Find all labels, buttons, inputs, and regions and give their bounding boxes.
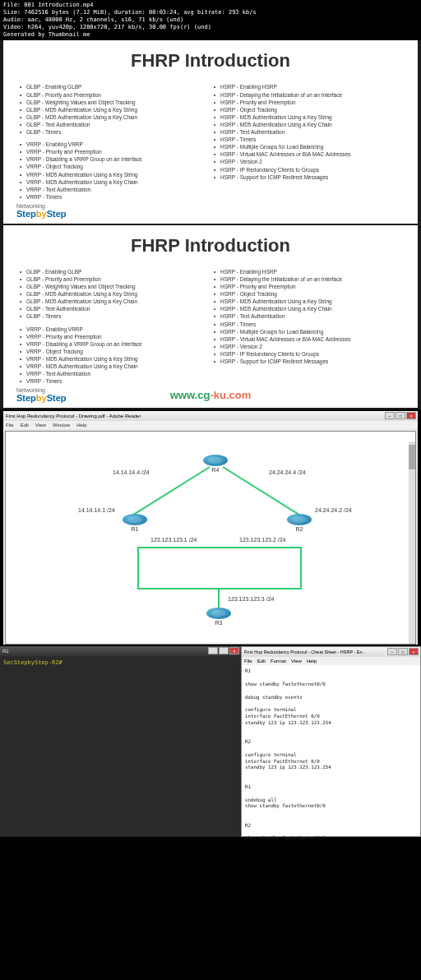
bullet-item: VRRP - Text Authentication	[20, 186, 207, 193]
ip-label: 14.14.14.1 /24	[78, 507, 115, 513]
close-button[interactable]: ×	[406, 412, 416, 419]
site-watermark: www.cg-ku.com	[170, 389, 251, 401]
bullet-item: HSRP - Multiple Groups for Load Balancin…	[214, 143, 401, 150]
menu-item[interactable]: File	[244, 659, 252, 663]
bullet-item: HSRP - Text Authentication	[214, 312, 401, 320]
bullet-item: HSRP - MD5 Authentication Using a Key St…	[214, 113, 401, 121]
bullet-item: GLBP - Timers	[20, 312, 207, 320]
bullet-item: HSRP - Version 2	[214, 343, 401, 350]
bullet-item: HSRP - Support for ICMP Redirect Message…	[214, 173, 401, 181]
ip-label: 14.14.14.4 /24	[113, 469, 150, 475]
maximize-button[interactable]: □	[219, 647, 229, 654]
terminal-titlebar[interactable]: R2 – □ ×	[0, 646, 241, 656]
bullet-item: HSRP - Virtual MAC Addresses or BIA MAC …	[214, 150, 401, 158]
pdf-menubar[interactable]: FileEditViewWindowHelp	[3, 421, 418, 429]
ip-label: 24.24.24.2 /24	[315, 507, 352, 513]
maximize-button[interactable]: □	[398, 648, 408, 655]
menu-item[interactable]: Window	[53, 423, 70, 428]
bullet-item: HSRP - Delaying the Initialization of on…	[214, 275, 401, 283]
minimize-button[interactable]: –	[387, 648, 397, 655]
timestamp: 00:00:04	[396, 219, 414, 224]
network-diagram[interactable]: R4 R1 R2 R3 14.14.14.4 /24 24.24.24.4 /2…	[5, 431, 416, 645]
menu-item[interactable]: Edit	[21, 423, 29, 428]
bullet-item: HSRP - IP Redundancy Clients to Groups	[214, 350, 401, 358]
minimize-button[interactable]: –	[208, 647, 218, 654]
minimize-button[interactable]: –	[385, 412, 395, 419]
maximize-button[interactable]: □	[396, 412, 405, 419]
bullet-item: VRRP - Priority and Preemption	[20, 148, 207, 155]
bullet-item: VRRP - Object Tracking	[20, 348, 207, 355]
ip-label: 123.123.123.3 /24	[228, 596, 274, 602]
slide-1: FHRP Introduction GLBP - Enabling GLBPGL…	[0, 40, 421, 224]
bullet-item: VRRP - Disabling a VRRP Group on an Inte…	[20, 155, 207, 163]
menu-item[interactable]: View	[291, 659, 302, 663]
bullet-item: GLBP - MD5 Authentication Using a Key St…	[20, 290, 207, 298]
bullet-item: GLBP - Text Authentication	[20, 305, 207, 312]
notepad-menubar[interactable]: FileEditFormatViewHelp	[242, 657, 420, 665]
bullet-item: VRRP - Object Tracking	[20, 163, 207, 170]
bullet-item: GLBP - MD5 Authentication Using a Key Ch…	[20, 113, 207, 121]
terminal-body[interactable]: SecStepbyStep-R2#	[0, 656, 241, 669]
bullet-item: GLBP - Timers	[20, 128, 207, 136]
bullet-item: VRRP - MD5 Authentication Using a Key Ch…	[20, 178, 207, 186]
left-column: GLBP - Enabling GLBPGLBP - Priority and …	[20, 83, 207, 200]
bullet-item: HSRP - Enabling HSRP	[214, 83, 401, 90]
close-button[interactable]: ×	[229, 647, 239, 654]
bullet-item: HSRP - Timers	[214, 136, 401, 143]
timestamp: 00:01:21	[396, 403, 414, 408]
menu-item[interactable]: Edit	[257, 659, 266, 663]
notepad-title: First Hop Redundancy Protocol - Cheat Sh…	[244, 649, 366, 654]
menu-item[interactable]: File	[6, 423, 14, 428]
pdf-titlebar[interactable]: First Hop Redundancy Protocol - Drawing.…	[3, 411, 418, 421]
bullet-item: HSRP - Priority and Preemption	[214, 283, 401, 290]
notepad-window[interactable]: First Hop Redundancy Protocol - Cheat Sh…	[241, 646, 421, 837]
terminal-prompt: SecStepbyStep-R2#	[3, 659, 62, 666]
pdf-reader-window: First Hop Redundancy Protocol - Drawing.…	[3, 411, 418, 645]
bullet-item: HSRP - MD5 Authentication Using a Key St…	[214, 298, 401, 305]
scrollbar[interactable]	[409, 441, 415, 644]
terminal-title: R2	[2, 649, 9, 654]
close-button[interactable]: ×	[409, 648, 419, 655]
file-info-overlay: File: 001 Introduction.mp4 Size: 7462516…	[0, 0, 421, 40]
terminal-window[interactable]: R2 – □ × SecStepbyStep-R2#	[0, 646, 241, 837]
bullet-item: VRRP - Enabling VRRP	[20, 326, 207, 333]
bullet-item: HSRP - Object Tracking	[214, 290, 401, 298]
ip-label: 123.123.123.1 /24	[150, 537, 197, 543]
notepad-body[interactable]: R1 show standby fastethernet0/0 debug st…	[242, 665, 420, 845]
brand-logo: Networking StepbyStep	[16, 387, 67, 403]
bullet-item: GLBP - Weighting Values and Object Track…	[20, 283, 207, 290]
bullet-item: VRRP - Timers	[20, 377, 207, 385]
notepad-titlebar[interactable]: First Hop Redundancy Protocol - Cheat Sh…	[242, 647, 420, 657]
bullet-item: HSRP - MD5 Authentication Using a Key Ch…	[214, 305, 401, 312]
bullet-item: HSRP - Virtual MAC Addresses or BIA MAC …	[214, 335, 401, 343]
bullet-item: VRRP - MD5 Authentication Using a Key St…	[20, 171, 207, 178]
bullet-item: HSRP - Timers	[214, 321, 401, 328]
bullet-item: VRRP - Text Authentication	[20, 370, 207, 377]
bullet-item: HSRP - Enabling HSRP	[214, 268, 401, 275]
bullet-item: HSRP - IP Redundancy Clients to Groups	[214, 166, 401, 173]
slide-2: FHRP Introduction GLBP - Enabling GLBPGL…	[0, 225, 421, 409]
menu-item[interactable]: Help	[307, 659, 317, 663]
bullet-item: GLBP - Enabling GLBP	[20, 83, 207, 90]
bullet-item: VRRP - MD5 Authentication Using a Key Ch…	[20, 363, 207, 370]
bullet-item: HSRP - MD5 Authentication Using a Key Ch…	[214, 121, 401, 128]
bullet-item: VRRP - Enabling VRRP	[20, 141, 207, 148]
ip-label: 123.123.123.2 /24	[239, 537, 285, 543]
bullet-item: GLBP - MD5 Authentication Using a Key St…	[20, 106, 207, 113]
router-r1: R1	[121, 514, 149, 532]
bullet-item: GLBP - Weighting Values and Object Track…	[20, 99, 207, 106]
menu-item[interactable]: View	[35, 423, 46, 428]
bullet-item: VRRP - MD5 Authentication Using a Key St…	[20, 355, 207, 363]
slide-title: FHRP Introduction	[20, 50, 401, 72]
menu-item[interactable]: Format	[271, 659, 286, 663]
bullet-item: VRRP - Disabling a VRRP Group on an Inte…	[20, 340, 207, 348]
bullet-item: GLBP - Text Authentication	[20, 121, 207, 128]
bullet-item: HSRP - Text Authentication	[214, 128, 401, 136]
router-r4: R4	[201, 455, 229, 473]
menu-item[interactable]: Help	[76, 423, 86, 428]
bullet-item: HSRP - Version 2	[214, 158, 401, 165]
right-column: HSRP - Enabling HSRPHSRP - Delaying the …	[214, 268, 401, 385]
ip-label: 24.24.24.4 /24	[269, 469, 306, 475]
bullet-item: GLBP - Priority and Preemption	[20, 275, 207, 283]
router-r2: R2	[285, 514, 313, 532]
